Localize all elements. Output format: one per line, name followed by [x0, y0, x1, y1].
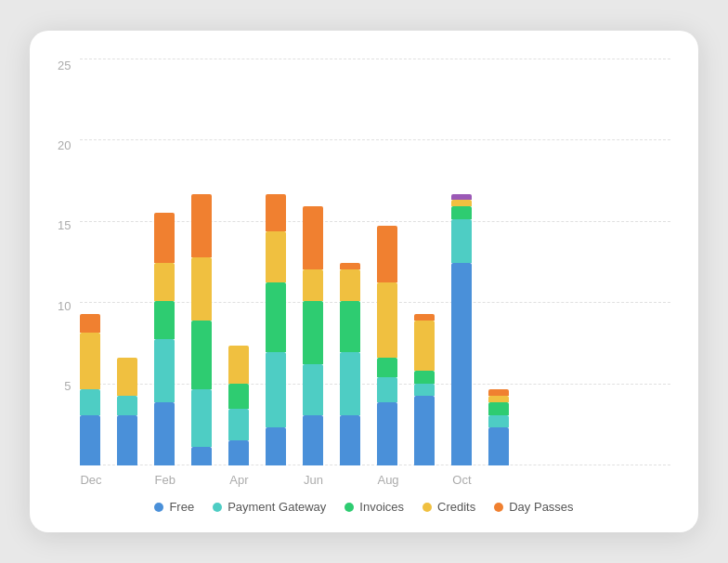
bar-segment-credits	[488, 396, 509, 402]
bar-segment-free	[154, 402, 175, 465]
bar-segment-paymentGateway	[488, 415, 509, 428]
bar-segment-paymentGateway	[414, 384, 435, 397]
legend-dot-invoices	[344, 503, 354, 512]
bar-group	[377, 226, 397, 465]
bar-segment-dayPasses	[414, 314, 435, 321]
x-axis-label	[191, 473, 212, 487]
bar-segment-free	[266, 427, 286, 465]
bar-group	[154, 213, 175, 465]
x-axis-label: Aug	[377, 473, 397, 487]
bar-segment-dayPasses	[377, 226, 397, 282]
bar-segment-free	[488, 427, 509, 465]
bar-segment-dayPasses	[266, 194, 286, 232]
legend-item-free: Free	[154, 500, 194, 514]
bar-segment-invoices	[414, 371, 435, 384]
bar-segment-paymentGateway	[340, 352, 360, 415]
x-axis-label: Dec	[80, 473, 100, 487]
bar-group	[303, 206, 323, 465]
bar-segment-dayPasses	[154, 213, 175, 263]
y-axis-label: 20	[58, 138, 71, 152]
y-axis-label: 15	[58, 218, 71, 232]
bar-segment-credits	[228, 346, 249, 384]
legend-label-dayPasses: Day Passes	[509, 500, 573, 514]
grid-line	[80, 139, 670, 140]
bar-segment-paymentGateway	[303, 364, 323, 414]
bar-group	[266, 194, 286, 465]
x-axis-label	[340, 473, 360, 487]
x-axis-label: Oct	[451, 473, 472, 487]
bar-segment-dayPasses	[340, 263, 360, 269]
bar-segment-free	[377, 402, 397, 465]
bar-segment-credits	[377, 282, 397, 359]
bar-segment-invoices	[228, 384, 249, 409]
y-axis-label: 10	[58, 299, 71, 313]
legend-dot-paymentGateway	[213, 503, 222, 512]
bar-segment-paymentGateway	[266, 352, 286, 428]
bar-segment-paymentGateway	[117, 396, 137, 414]
bar-segment-invoices	[488, 402, 509, 415]
x-axis-label	[488, 473, 509, 487]
bar-group	[228, 346, 249, 465]
bar-segment-paymentGateway	[377, 377, 397, 402]
bar-segment-credits	[191, 257, 212, 321]
bar-segment-credits	[451, 200, 472, 206]
legend-item-invoices: Invoices	[344, 500, 404, 514]
bar-segment-free	[80, 415, 100, 465]
bar-segment-credits	[80, 333, 100, 389]
bar-segment-credits	[303, 269, 323, 301]
bar-segment-credits	[117, 358, 137, 396]
bar-segment-dayPasses	[80, 314, 100, 333]
legend: FreePayment GatewayInvoicesCreditsDay Pa…	[58, 487, 670, 514]
bar-segment-paymentGateway	[191, 389, 212, 446]
legend-item-credits: Credits	[422, 500, 475, 514]
x-axis-label	[414, 473, 435, 487]
bar-segment-dayPasses	[191, 194, 212, 257]
bar-group	[191, 194, 212, 465]
bar-segment-invoices	[303, 301, 323, 364]
bar-segment-free	[303, 415, 323, 465]
bar-group	[117, 358, 137, 465]
chart-area: 252015105 DecFebAprJunAugOct	[58, 59, 670, 487]
bar-segment-credits	[340, 269, 360, 301]
bar-segment-paymentGateway	[451, 219, 472, 264]
bar-segment-invoices	[154, 301, 175, 339]
x-axis-label	[117, 473, 137, 487]
bar-segment-invoices	[191, 321, 212, 390]
x-axis-label: Apr	[228, 473, 249, 487]
bar-group	[488, 389, 509, 465]
bar-segment-dayPasses	[451, 194, 472, 201]
bar-group	[340, 263, 360, 465]
bar-segment-invoices	[340, 301, 360, 351]
bar-segment-free	[191, 447, 212, 465]
bar-segment-free	[414, 396, 435, 465]
bar-segment-credits	[414, 321, 435, 371]
legend-dot-credits	[422, 503, 432, 512]
legend-label-credits: Credits	[437, 500, 475, 514]
bar-segment-paymentGateway	[80, 389, 100, 414]
y-axis: 252015105	[58, 59, 80, 487]
grid-line	[80, 59, 670, 59]
bar-segment-paymentGateway	[228, 409, 249, 440]
bar-segment-credits	[154, 263, 175, 301]
legend-label-paymentGateway: Payment Gateway	[228, 500, 326, 514]
bar-segment-free	[451, 263, 472, 465]
y-axis-label: 5	[64, 379, 71, 393]
legend-item-dayPasses: Day Passes	[494, 500, 573, 514]
x-axis-label: Jun	[303, 473, 323, 487]
bar-segment-paymentGateway	[154, 339, 175, 402]
chart-body: DecFebAprJunAugOct	[80, 59, 670, 487]
legend-dot-free	[154, 503, 163, 512]
legend-label-free: Free	[169, 500, 194, 514]
y-axis-label: 25	[58, 59, 71, 72]
bar-segment-invoices	[377, 358, 397, 376]
x-axis-label	[266, 473, 286, 487]
bar-group	[80, 314, 100, 465]
bar-segment-dayPasses	[488, 389, 509, 396]
bar-segment-free	[228, 440, 249, 465]
legend-dot-dayPasses	[494, 503, 503, 512]
bar-segment-invoices	[451, 206, 472, 219]
bar-segment-credits	[266, 231, 286, 282]
bars-container	[80, 59, 670, 465]
bar-segment-free	[340, 415, 360, 465]
legend-label-invoices: Invoices	[359, 500, 404, 514]
